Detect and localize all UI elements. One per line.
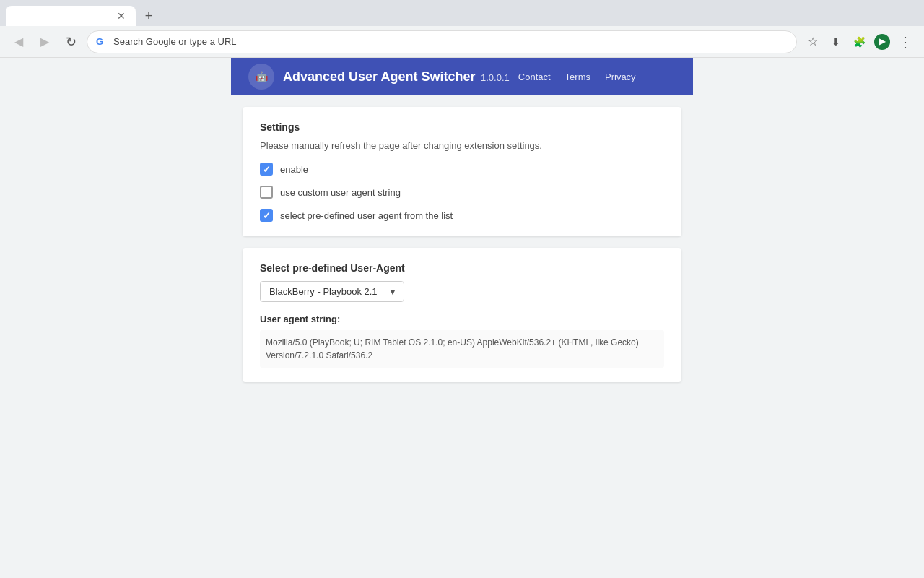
extensions-icon: 🧩	[853, 36, 866, 48]
settings-subtitle: Please manually refresh the page after c…	[260, 140, 664, 151]
enable-checkbox-row: ✓ enable	[260, 163, 664, 176]
settings-card: Settings Please manually refresh the pag…	[243, 107, 681, 236]
ua-string-value: Mozilla/5.0 (PlayBook; U; RIM Tablet OS …	[260, 330, 664, 368]
extension-title: Advanced User Agent Switcher	[283, 69, 475, 84]
star-icon: ☆	[808, 35, 818, 48]
menu-button[interactable]: ⋮	[895, 32, 915, 52]
custom-ua-checkbox-row: use custom user agent string	[260, 186, 664, 199]
predefined-ua-checkbox-row: ✓ select pre-defined user agent from the…	[260, 209, 664, 222]
timer-icon: ▶	[874, 34, 890, 50]
download-icon: ⬇	[832, 36, 840, 48]
contact-link[interactable]: Contact	[518, 72, 551, 82]
useragent-card: Select pre-defined User-Agent BlackBerry…	[243, 248, 681, 382]
ua-string-label: User agent string:	[260, 314, 664, 324]
tab-bar: ✕ +	[0, 0, 924, 26]
terms-link[interactable]: Terms	[565, 72, 590, 82]
logo-text: 🤖	[256, 71, 268, 82]
extension-logo: 🤖	[248, 64, 274, 90]
ua-dropdown[interactable]: BlackBerry - Playbook 2.1 Chrome - Windo…	[260, 281, 404, 302]
privacy-link[interactable]: Privacy	[605, 72, 636, 82]
tab-close-button[interactable]: ✕	[116, 10, 127, 22]
reload-icon: ↻	[66, 34, 77, 50]
custom-ua-checkbox[interactable]	[260, 186, 273, 199]
menu-icon: ⋮	[898, 33, 912, 51]
checkbox-check-icon: ✓	[263, 165, 271, 174]
new-tab-button[interactable]: +	[139, 6, 159, 26]
header-title-group: Advanced User Agent Switcher 1.0.0.1	[283, 69, 510, 85]
forward-button[interactable]: ▶	[35, 32, 55, 52]
ua-section-title: Select pre-defined User-Agent	[260, 262, 664, 274]
browser-window: ✕ + ◀ ▶ ↻ G Search Google or type a URL …	[0, 0, 924, 578]
extension-page: 🤖 Advanced User Agent Switcher 1.0.0.1 C…	[231, 58, 693, 578]
page-content: 🤖 Advanced User Agent Switcher 1.0.0.1 C…	[0, 58, 924, 578]
extension-version: 1.0.0.1	[481, 72, 510, 83]
address-text: Search Google or type a URL	[113, 36, 788, 47]
enable-label: enable	[280, 164, 308, 175]
ua-dropdown-wrapper: BlackBerry - Playbook 2.1 Chrome - Windo…	[260, 281, 404, 302]
reload-button[interactable]: ↻	[61, 32, 81, 52]
predefined-ua-label: select pre-defined user agent from the l…	[280, 210, 453, 221]
browser-toolbar: ◀ ▶ ↻ G Search Google or type a URL ☆ ⬇ …	[0, 26, 924, 58]
settings-title: Settings	[260, 121, 664, 133]
forward-icon: ▶	[40, 35, 49, 48]
downloads-button[interactable]: ⬇	[826, 32, 846, 52]
header-nav: Contact Terms Privacy	[518, 72, 636, 82]
toolbar-icons: ☆ ⬇ 🧩 ▶ ⋮	[803, 32, 915, 52]
extensions-button[interactable]: 🧩	[849, 32, 869, 52]
extension-header: 🤖 Advanced User Agent Switcher 1.0.0.1 C…	[231, 58, 693, 95]
timer-extension-button[interactable]: ▶	[872, 32, 892, 52]
back-button[interactable]: ◀	[9, 32, 29, 52]
predefined-ua-checkbox[interactable]: ✓	[260, 209, 273, 222]
address-bar[interactable]: G Search Google or type a URL	[87, 30, 797, 53]
active-tab[interactable]: ✕	[6, 6, 136, 26]
checkbox-check-icon-2: ✓	[263, 211, 271, 220]
bookmark-button[interactable]: ☆	[803, 32, 823, 52]
back-icon: ◀	[14, 35, 23, 48]
enable-checkbox[interactable]: ✓	[260, 163, 273, 176]
google-logo: G	[96, 36, 108, 48]
custom-ua-label: use custom user agent string	[280, 187, 401, 198]
